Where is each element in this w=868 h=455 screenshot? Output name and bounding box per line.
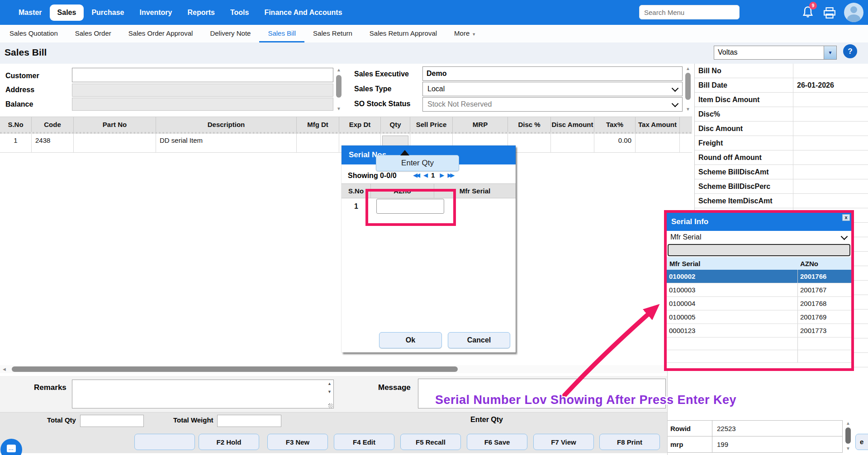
user-avatar[interactable] bbox=[844, 3, 863, 22]
sales-executive-input[interactable] bbox=[422, 66, 683, 81]
f5-recall-button[interactable]: F5 Recall bbox=[400, 434, 461, 450]
mrp-row: mrp 199 bbox=[668, 436, 843, 453]
tab-sales-return[interactable]: Sales Return bbox=[304, 25, 361, 42]
nav-finance-accounts[interactable]: Finance And Accounts bbox=[256, 5, 350, 21]
partial-button[interactable]: e bbox=[855, 434, 868, 450]
bill-row: Freight bbox=[695, 136, 868, 150]
tab-sales-quotation[interactable]: Sales Quotation bbox=[1, 25, 66, 42]
serial-info-row[interactable]: 01000052001769 bbox=[667, 310, 851, 324]
company-selector-value: Voltas bbox=[714, 46, 824, 59]
first-page-icon[interactable]: ◀◀ bbox=[413, 172, 418, 178]
sales-bill-app: Master Sales Purchase Inventory Reports … bbox=[0, 0, 868, 455]
chevron-down-icon bbox=[841, 233, 848, 240]
showing-count: Showing 0-0/0 bbox=[348, 172, 397, 180]
tab-more[interactable]: More▼ bbox=[446, 25, 484, 42]
so-stock-status-select[interactable]: Stock Not Reserved bbox=[422, 97, 683, 112]
total-weight-input[interactable] bbox=[217, 415, 281, 427]
horizontal-scrollbar[interactable]: ◄ bbox=[0, 365, 692, 373]
scroll-down-icon[interactable]: ▼ bbox=[846, 446, 850, 451]
next-page-icon[interactable]: ▶ bbox=[440, 172, 442, 178]
serial-info-row[interactable]: 00001232001773 bbox=[667, 324, 851, 338]
sales-type-select[interactable]: Local bbox=[422, 82, 683, 96]
enter-qty-tooltip: Enter Qty bbox=[376, 155, 459, 171]
scrollbar-thumb[interactable] bbox=[845, 427, 851, 444]
f7-view-button[interactable]: F7 View bbox=[533, 434, 594, 450]
cell-tax-amount[interactable] bbox=[636, 134, 680, 153]
tab-sales-order[interactable]: Sales Order bbox=[66, 25, 120, 42]
dropdown-arrow-icon[interactable]: ▼ bbox=[824, 46, 836, 59]
company-selector[interactable]: Voltas ▼ bbox=[714, 46, 837, 60]
f6-save-button[interactable]: F6 Save bbox=[467, 434, 527, 450]
scroll-down-icon[interactable]: ▼ bbox=[327, 389, 332, 394]
resize-grip-icon[interactable] bbox=[328, 403, 333, 408]
scroll-left-icon[interactable]: ◄ bbox=[2, 366, 7, 372]
chevron-down-icon bbox=[672, 100, 679, 107]
nav-reports[interactable]: Reports bbox=[180, 5, 222, 21]
serial-info-row[interactable] bbox=[667, 338, 851, 350]
avatar-body bbox=[847, 14, 860, 22]
cell-code[interactable]: 2438 bbox=[32, 134, 74, 153]
cell-disc-amount[interactable] bbox=[551, 134, 594, 153]
bill-row: Disc% bbox=[695, 107, 868, 122]
tab-sales-bill[interactable]: Sales Bill bbox=[259, 25, 304, 42]
serial-info-row[interactable] bbox=[667, 350, 851, 363]
blank-button[interactable] bbox=[134, 434, 195, 450]
last-page-icon[interactable]: ▶▶ bbox=[447, 172, 453, 178]
printer-icon[interactable] bbox=[823, 7, 836, 19]
total-qty-input[interactable] bbox=[80, 415, 144, 427]
props-scrollbar[interactable]: ▲ ▼ bbox=[844, 420, 852, 455]
middle-form-scrollbar[interactable]: ▲ ▼ bbox=[684, 66, 692, 112]
customer-input[interactable] bbox=[72, 68, 333, 82]
cell-mfg-dt[interactable] bbox=[297, 134, 339, 153]
bill-row: Scheme BillDiscAmt bbox=[695, 165, 868, 179]
nav-purchase[interactable]: Purchase bbox=[84, 5, 132, 21]
left-form-scrollbar[interactable]: ▲ ▼ bbox=[335, 68, 343, 112]
address-label: Address bbox=[5, 86, 34, 94]
f8-print-button[interactable]: F8 Print bbox=[599, 434, 660, 450]
enter-qty-text: Enter Qty bbox=[470, 416, 503, 424]
scrollbar-thumb[interactable] bbox=[336, 75, 342, 98]
f2-hold-button[interactable]: F2 Hold bbox=[199, 434, 259, 450]
nav-inventory[interactable]: Inventory bbox=[132, 5, 180, 21]
serial-info-row[interactable]: 01000042001768 bbox=[667, 297, 851, 310]
nav-tools[interactable]: Tools bbox=[223, 5, 256, 21]
tab-delivery-note[interactable]: Delivery Note bbox=[201, 25, 259, 42]
address-field[interactable] bbox=[72, 84, 333, 97]
tab-sales-order-approval[interactable]: Sales Order Approval bbox=[120, 25, 202, 42]
scroll-up-icon[interactable]: ▲ bbox=[686, 66, 690, 71]
serial-info-row[interactable]: 01000032001767 bbox=[667, 283, 851, 297]
serial-info-row[interactable]: 01000022001766 bbox=[667, 270, 851, 283]
nav-master[interactable]: Master bbox=[11, 5, 50, 21]
balance-field[interactable] bbox=[72, 98, 333, 111]
scrollbar-thumb[interactable] bbox=[12, 366, 458, 372]
scroll-up-icon[interactable]: ▲ bbox=[337, 68, 341, 72]
f4-edit-button[interactable]: F4 Edit bbox=[334, 434, 394, 450]
serial-search-input[interactable] bbox=[668, 244, 850, 256]
prev-page-icon[interactable]: ◀ bbox=[423, 172, 426, 178]
help-button[interactable]: ? bbox=[843, 44, 857, 58]
serial-filter-select[interactable]: Mfr Serial bbox=[667, 231, 851, 244]
chat-dots-icon: ... bbox=[9, 448, 15, 449]
remarks-textarea[interactable] bbox=[72, 380, 334, 408]
serial-nos-modal: Serial Nos Enter Qty Showing 0-0/0 ◀◀ ◀ … bbox=[342, 145, 516, 352]
f3-new-button[interactable]: F3 New bbox=[267, 434, 328, 450]
cell-tax-pct[interactable]: 0.00 bbox=[594, 134, 636, 153]
scroll-down-icon[interactable]: ▼ bbox=[337, 107, 341, 111]
annotation-text: Serial Number Lov Showing After Press En… bbox=[416, 393, 755, 407]
scroll-up-icon[interactable]: ▲ bbox=[327, 381, 332, 386]
ok-button[interactable]: Ok bbox=[379, 332, 442, 348]
sales-executive-label: Sales Executive bbox=[354, 70, 409, 78]
cell-part-no[interactable] bbox=[74, 134, 156, 153]
scroll-down-icon[interactable]: ▼ bbox=[686, 107, 690, 112]
total-weight-label: Total Weight bbox=[173, 416, 213, 424]
avatar-head bbox=[850, 6, 857, 13]
tab-sales-return-approval[interactable]: Sales Return Approval bbox=[361, 25, 446, 42]
nav-sales[interactable]: Sales bbox=[50, 5, 84, 21]
scroll-up-icon[interactable]: ▲ bbox=[846, 421, 850, 426]
cell-sno[interactable]: 1 bbox=[0, 134, 32, 153]
close-icon[interactable]: x bbox=[842, 214, 850, 221]
search-menu-input[interactable] bbox=[639, 5, 740, 19]
cancel-button[interactable]: Cancel bbox=[448, 332, 510, 348]
cell-description[interactable]: DD serial Item bbox=[156, 134, 297, 153]
scrollbar-thumb[interactable] bbox=[685, 73, 691, 100]
